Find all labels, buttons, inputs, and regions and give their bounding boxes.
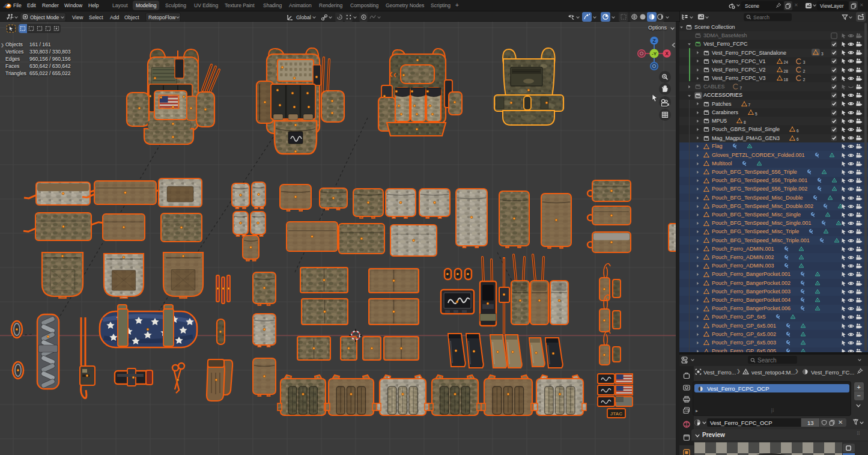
svg-text:Z: Z — [652, 38, 655, 44]
svg-text:JTAC: JTAC — [610, 411, 623, 417]
svg-text:-Y: -Y — [652, 51, 657, 56]
svg-text:X: X — [665, 50, 669, 56]
